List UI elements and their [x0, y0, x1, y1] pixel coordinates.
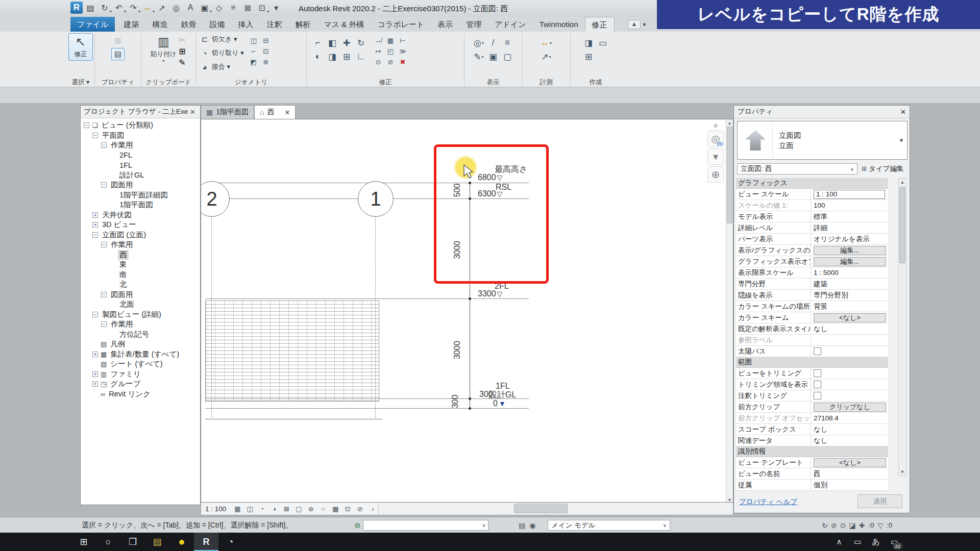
dimension-value[interactable]: 300: [451, 395, 460, 409]
temporary-view-properties-icon[interactable]: ▩: [330, 504, 341, 514]
split-element-icon[interactable]: ↮: [373, 35, 384, 45]
cut-to-clipboard-icon[interactable]: ✂: [179, 35, 185, 45]
ribbon-tab-注釈[interactable]: 注釈: [260, 17, 288, 32]
property-value[interactable]: 西: [811, 468, 888, 479]
copy-icon[interactable]: ⊞: [340, 50, 353, 63]
tree-item-製図ビュー (詳細)[interactable]: −製図ビュー (詳細): [81, 310, 200, 320]
detail-level-icon[interactable]: ▦: [232, 504, 243, 514]
unpin-icon[interactable]: ⊘: [385, 57, 396, 67]
properties-help-link[interactable]: プロパティ ヘルプ: [739, 497, 797, 507]
measure-between-references-icon[interactable]: ↔▾: [540, 36, 553, 49]
property-value[interactable]: 詳細: [811, 222, 888, 233]
visual-style-icon[interactable]: ◫: [244, 504, 255, 514]
taskbar-recording-indicator[interactable]: ●: [169, 533, 194, 551]
view-tab-1階平面図[interactable]: ▦1階平面図: [201, 105, 254, 119]
cut-profile-icon[interactable]: ◫: [248, 35, 259, 45]
tree-item-グループ[interactable]: +◳グループ: [81, 379, 200, 389]
tree-item-Revit リンク[interactable]: ∞Revit リンク: [81, 389, 200, 399]
panel-label-properties[interactable]: プロパティ: [96, 78, 139, 87]
trim-extend-multiple-icon[interactable]: ≫: [397, 46, 408, 56]
taskbar-touch-keyboard[interactable]: ▭: [848, 533, 867, 551]
property-button[interactable]: <なし>: [814, 458, 886, 467]
move-icon[interactable]: ✚: [340, 36, 353, 49]
canvas-vertical-scrollbar[interactable]: ▲ ▼: [726, 119, 733, 503]
modify-button[interactable]: ↖ 修正: [68, 33, 93, 61]
collapse-icon[interactable]: −: [101, 242, 107, 247]
tree-item-平面図[interactable]: −平面図: [81, 131, 200, 141]
tree-item-図面用[interactable]: −図面用: [81, 290, 200, 300]
taskbar-revit-app[interactable]: R: [194, 533, 218, 551]
select-pinned-toggle-icon[interactable]: ⊙: [840, 521, 846, 530]
ribbon-tab-解析[interactable]: 解析: [288, 17, 317, 32]
linework-icon[interactable]: /: [486, 36, 500, 49]
tree-item-作業用[interactable]: −作業用: [81, 140, 200, 151]
ribbon-tab-修正[interactable]: 修正: [585, 17, 615, 32]
property-value[interactable]: 27108.4: [811, 413, 888, 423]
tree-item-作業用[interactable]: −作業用: [81, 240, 200, 250]
wall-hatch-region[interactable]: [205, 300, 379, 402]
property-value[interactable]: 背景: [811, 301, 888, 312]
create-parts-icon[interactable]: ◨: [582, 36, 595, 49]
expand-icon[interactable]: +: [92, 381, 98, 387]
ground-line[interactable]: [205, 419, 382, 419]
family-types-icon[interactable]: ⊞: [112, 35, 124, 46]
editing-requests-icon[interactable]: ▤: [519, 521, 525, 530]
property-value[interactable]: なし: [811, 435, 888, 446]
tree-item-1FL[interactable]: 1FL: [81, 160, 200, 170]
ribbon-tab-コラボレート[interactable]: コラボレート: [371, 17, 431, 32]
tree-item-立面図 (立面)[interactable]: −立面図 (立面): [81, 230, 200, 240]
view-tab-西[interactable]: ⌂西✕: [254, 105, 296, 119]
drag-on-selection-toggle-icon[interactable]: ✚: [859, 521, 865, 530]
property-checkbox[interactable]: [814, 369, 821, 377]
cut-geometry-button[interactable]: ◔ 切り取り ▾: [200, 47, 244, 59]
property-value[interactable]: 専門分野別: [811, 290, 888, 300]
hidden-line-display-icon[interactable]: ≡: [501, 36, 514, 49]
tree-item-作業用[interactable]: −作業用: [81, 319, 200, 330]
selection-lock-icon[interactable]: ⊘: [354, 504, 365, 514]
selection-box-icon[interactable]: ▢: [501, 50, 514, 63]
tree-item-ファミリ[interactable]: +▥ファミリ: [81, 369, 200, 380]
ribbon-tab-表示[interactable]: 表示: [431, 17, 459, 32]
collapse-icon[interactable]: −: [101, 292, 107, 297]
panel-label-create[interactable]: 作成: [572, 78, 619, 87]
select-by-face-toggle-icon[interactable]: ◪: [849, 521, 856, 530]
properties-palette-icon[interactable]: ▤: [111, 48, 125, 60]
view-scale-button[interactable]: 1 : 100: [205, 505, 226, 513]
chevron-down-icon[interactable]: ▼: [896, 137, 907, 143]
match-type-properties-icon[interactable]: ✎: [179, 58, 185, 67]
level-line-2FL[interactable]: [205, 298, 529, 299]
show-crop-region-icon[interactable]: ▢: [293, 504, 304, 514]
collapse-icon[interactable]: −: [84, 122, 89, 128]
property-value[interactable]: [811, 335, 888, 345]
tree-item-設計GL[interactable]: 設計GL: [81, 170, 200, 181]
property-value[interactable]: 100: [811, 200, 888, 211]
ribbon-tab-Twinmotion[interactable]: Twinmotion: [533, 17, 585, 32]
property-value[interactable]: 1 : 5000: [811, 267, 888, 278]
collapse-icon[interactable]: −: [101, 321, 107, 327]
tree-item-北面[interactable]: 北面: [81, 299, 200, 310]
tree-item-図面用[interactable]: −図面用: [81, 180, 200, 190]
tree-item-集計表/数量 (すべて)[interactable]: +▦集計表/数量 (すべて): [81, 349, 200, 360]
collapse-icon[interactable]: ‹: [367, 504, 378, 514]
level-line-設計GL[interactable]: [205, 408, 529, 409]
canvas-horizontal-scrollbar[interactable]: [378, 503, 733, 515]
tree-item-3D ビュー[interactable]: +3D ビュー: [81, 220, 200, 230]
trim-extend-single-icon[interactable]: ⊢: [397, 35, 408, 45]
collapse-icon[interactable]: −: [92, 312, 98, 317]
panel-display-toggle[interactable]: ▲▾: [628, 17, 646, 32]
create-group-icon[interactable]: ⊞: [582, 50, 595, 63]
demolish-icon[interactable]: ⊕: [260, 57, 272, 67]
close-icon[interactable]: ✕: [188, 108, 197, 116]
expand-icon[interactable]: +: [92, 212, 98, 218]
ribbon-tab-マス & 外構[interactable]: マス & 外構: [317, 17, 371, 32]
taskbar-start[interactable]: ⊞: [71, 533, 96, 551]
reveal-constraints-icon[interactable]: ⊡: [342, 504, 353, 514]
panel-label-modify[interactable]: 修正: [308, 78, 462, 87]
collapse-icon[interactable]: −: [101, 182, 107, 188]
tree-item-1階平面図[interactable]: 1階平面図: [81, 200, 200, 210]
close-navbar-icon[interactable]: ⊗: [712, 121, 720, 130]
offset-icon[interactable]: ◐: [311, 50, 325, 63]
rotate-icon[interactable]: ↻: [354, 36, 368, 49]
pin-icon[interactable]: ⊙: [373, 57, 384, 67]
navbar-dropdown-icon[interactable]: ▾: [707, 148, 724, 165]
